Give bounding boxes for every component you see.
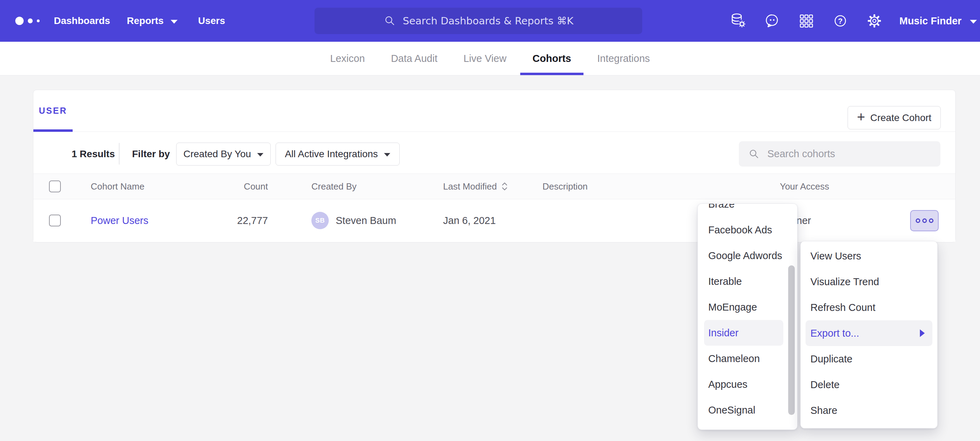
column-header-created-by[interactable]: Created By	[311, 174, 356, 199]
create-cohort-label: Create Cohort	[870, 112, 931, 123]
menu-item-delete[interactable]: Delete	[801, 372, 937, 398]
integrations-filter-dropdown[interactable]: All Active Integrations	[275, 142, 399, 166]
sort-icon[interactable]	[501, 182, 508, 191]
chevron-down-icon	[171, 20, 178, 24]
ellipsis-icon	[916, 219, 920, 223]
column-header-count[interactable]: Count	[193, 174, 268, 199]
tab-cohorts-label: Cohorts	[532, 53, 571, 64]
created-by-name: Steven Baum	[336, 215, 396, 227]
menu-item-facebook-ads[interactable]: Facebook Ads	[698, 217, 797, 243]
avatar: SB	[311, 212, 329, 229]
row-checkbox-cell	[49, 199, 61, 242]
chevron-down-icon	[384, 153, 390, 157]
tab-cohorts[interactable]: Cohorts	[532, 42, 571, 75]
topbar-icon-group: ?	[730, 0, 883, 42]
top-navbar: Dashboards Reports Users Search Dashboar…	[0, 0, 980, 42]
table-header: Cohort Name Count Created By Last Modifi…	[33, 174, 955, 199]
feedback-icon[interactable]	[764, 13, 781, 29]
search-cohorts-placeholder: Search cohorts	[767, 148, 835, 160]
menu-item-appcues[interactable]: Appcues	[698, 371, 797, 397]
last-modified-date: Jan 6, 2021	[443, 199, 496, 242]
column-header-your-access[interactable]: Your Access	[752, 174, 857, 199]
settings-gear-icon[interactable]	[866, 13, 883, 29]
project-name: Music Finder	[899, 15, 962, 27]
table-row: Power Users 22,777 SB Steven Baum Jan 6,…	[33, 199, 955, 242]
select-all-checkbox-cell	[49, 174, 61, 199]
create-cohort-button[interactable]: + Create Cohort	[848, 106, 941, 129]
menu-item-view-users[interactable]: View Users	[801, 243, 937, 269]
secondary-navbar: Lexicon Data Audit Live View Cohorts Int…	[0, 42, 980, 75]
global-search-input[interactable]: Search Dashboards & Reports ⌘K	[315, 8, 642, 34]
divider	[119, 143, 119, 165]
help-icon[interactable]: ?	[832, 13, 849, 29]
chevron-down-icon	[257, 153, 263, 157]
filter-bar: 1 Results Filter by Created By You All A…	[33, 131, 955, 176]
menu-item-export-to[interactable]: Export to...	[805, 320, 932, 346]
project-switcher[interactable]: Music Finder	[899, 0, 977, 42]
menu-item-google-adwords[interactable]: Google Adwords	[698, 243, 797, 268]
last-modified-label: Last Modified	[443, 181, 497, 192]
created-by-filter-label: Created By You	[183, 149, 251, 160]
search-icon	[383, 14, 396, 27]
menu-item-insider[interactable]: Insider	[704, 320, 783, 346]
global-search-placeholder: Search Dashboards & Reports ⌘K	[403, 15, 573, 27]
logo-dot-small	[37, 19, 40, 22]
data-settings-icon[interactable]	[730, 13, 746, 29]
logo-dot-medium	[28, 18, 33, 23]
row-context-menu: View Users Visualize Trend Refresh Count…	[800, 241, 938, 428]
cohort-name-link[interactable]: Power Users	[91, 215, 148, 227]
nav-reports-label: Reports	[127, 15, 164, 26]
menu-item-braze[interactable]: Braze	[698, 203, 797, 217]
tab-live-view[interactable]: Live View	[464, 42, 507, 75]
column-header-description[interactable]: Description	[542, 174, 588, 199]
row-actions-button[interactable]	[910, 210, 939, 231]
menu-item-share[interactable]: Share	[801, 398, 937, 423]
search-cohorts-input[interactable]: Search cohorts	[739, 141, 940, 166]
active-tab-underline	[520, 73, 584, 75]
menu-item-duplicate[interactable]: Duplicate	[801, 346, 937, 372]
results-count: 1 Results	[72, 131, 115, 176]
menu-item-refresh-count[interactable]: Refresh Count	[801, 295, 937, 320]
chevron-down-icon	[970, 20, 977, 24]
menu-item-visualize-trend[interactable]: Visualize Trend	[801, 269, 937, 295]
export-to-label: Export to...	[810, 328, 859, 339]
menu-item-moengage[interactable]: MoEngage	[698, 294, 797, 320]
nav-users[interactable]: Users	[198, 0, 225, 42]
select-all-checkbox[interactable]	[49, 181, 61, 192]
nav-dashboards[interactable]: Dashboards	[54, 0, 110, 42]
nav-reports[interactable]: Reports	[127, 0, 178, 42]
menu-item-iterable[interactable]: Iterable	[698, 268, 797, 294]
created-by-filter-dropdown[interactable]: Created By You	[176, 142, 271, 166]
search-icon	[748, 148, 760, 160]
column-header-cohort-name[interactable]: Cohort Name	[91, 174, 145, 199]
apps-grid-icon[interactable]	[798, 13, 815, 29]
cohort-count: 22,777	[193, 199, 268, 242]
filter-by-label: Filter by	[132, 131, 170, 176]
export-submenu-list: Braze Facebook Ads Google Adwords Iterab…	[698, 203, 797, 423]
menu-item-onesignal[interactable]: OneSignal	[698, 397, 797, 423]
menu-item-chameleon[interactable]: Chameleon	[698, 346, 797, 371]
logo-dot-large	[15, 17, 24, 25]
tab-integrations[interactable]: Integrations	[597, 42, 650, 75]
svg-text:?: ?	[838, 17, 842, 26]
integrations-filter-label: All Active Integrations	[285, 149, 378, 160]
mixpanel-logo[interactable]	[15, 0, 40, 42]
export-to-submenu: Braze Facebook Ads Google Adwords Iterab…	[697, 203, 797, 430]
submenu-arrow-icon	[920, 329, 925, 337]
row-checkbox[interactable]	[49, 214, 61, 227]
cohorts-card: USER + Create Cohort 1 Results Filter by…	[33, 90, 956, 243]
tab-data-audit[interactable]: Data Audit	[391, 42, 438, 75]
tab-lexicon[interactable]: Lexicon	[330, 42, 365, 75]
column-header-last-modified[interactable]: Last Modified	[443, 174, 508, 199]
submenu-scrollbar[interactable]	[788, 265, 795, 415]
tab-user-cohorts[interactable]: USER	[33, 90, 73, 131]
plus-icon: +	[857, 110, 865, 124]
